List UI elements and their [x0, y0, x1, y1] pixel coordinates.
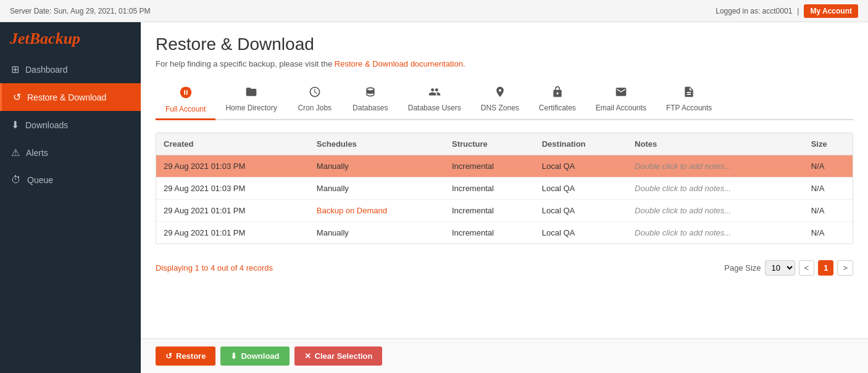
- tab-label: Certificates: [539, 104, 576, 112]
- download-button[interactable]: ⬇ Download: [220, 346, 289, 366]
- subtitle-link[interactable]: Restore & Download documentation.: [335, 59, 465, 68]
- tab-full-account[interactable]: Full Account: [156, 81, 215, 120]
- page-size-select[interactable]: 10 25 50: [765, 260, 795, 276]
- main-layout: JetBackup ⊞ Dashboard ↺ Restore & Downlo…: [0, 22, 868, 373]
- records-info: Displaying 1 to 4 out of 4 records: [156, 263, 273, 273]
- tab-home-directory[interactable]: Home Directory: [215, 81, 286, 120]
- logo-text: JetBackup: [10, 30, 80, 47]
- alerts-icon: ⚠: [11, 147, 20, 158]
- tab-label: DNS Zones: [481, 104, 519, 112]
- col-size: Size: [804, 133, 853, 155]
- tab-label: Email Accounts: [596, 104, 646, 112]
- sidebar-item-label: Restore & Download: [27, 92, 106, 102]
- page-size-label: Page Size: [724, 263, 761, 273]
- svg-point-2: [187, 88, 190, 90]
- current-page-button[interactable]: 1: [818, 260, 833, 276]
- cell-structure: Incremental: [444, 155, 535, 178]
- pagination: Page Size 10 25 50 < 1 >: [724, 260, 853, 276]
- tab-label: Cron Jobs: [298, 104, 332, 112]
- server-date: Server Date: Sun, Aug 29, 2021, 01:05 PM: [10, 7, 150, 15]
- tab-email-accounts[interactable]: Email Accounts: [586, 81, 656, 120]
- restore-icon: ↺: [165, 351, 172, 361]
- tab-cron-jobs[interactable]: Cron Jobs: [287, 81, 343, 120]
- tab-dns-zones[interactable]: DNS Zones: [471, 81, 529, 120]
- cell-notes[interactable]: Double click to add notes...: [627, 200, 804, 222]
- prev-page-button[interactable]: <: [799, 260, 815, 276]
- sidebar-item-label: Queue: [27, 175, 53, 185]
- tab-label: FTP Accounts: [666, 104, 712, 112]
- cell-structure: Incremental: [444, 178, 535, 200]
- page-subtitle: For help finding a specific backup, plea…: [156, 59, 853, 68]
- backups-table: Created Schedules Structure Destination …: [156, 133, 853, 244]
- backups-table-container: Created Schedules Structure Destination …: [156, 133, 853, 244]
- tab-database-users[interactable]: Database Users: [398, 81, 471, 120]
- table-row[interactable]: 29 Aug 2021 01:01 PM Backup on Demand In…: [156, 200, 853, 222]
- page-title: Restore & Download: [156, 35, 853, 54]
- sidebar-item-label: Downloads: [25, 120, 68, 130]
- subtitle-text: For help finding a specific backup, plea…: [156, 59, 332, 68]
- cell-created: 29 Aug 2021 01:01 PM: [156, 222, 309, 244]
- cell-destination: Local QA: [535, 222, 627, 244]
- top-bar-right: Logged in as: acct0001 | My Account: [716, 4, 858, 18]
- cell-structure: Incremental: [444, 222, 535, 244]
- tab-label: Database Users: [408, 104, 461, 112]
- download-icon: ⬇: [230, 351, 237, 361]
- col-notes: Notes: [627, 133, 804, 155]
- logged-in-label: Logged in as: acct0001: [716, 7, 792, 15]
- restore-button[interactable]: ↺ Restore: [156, 346, 215, 366]
- tab-databases[interactable]: Databases: [343, 81, 398, 120]
- cell-created: 29 Aug 2021 01:03 PM: [156, 178, 309, 200]
- dns-zones-tab-icon: [494, 86, 506, 101]
- ftp-accounts-tab-icon: [683, 86, 695, 101]
- sidebar-item-dashboard[interactable]: ⊞ Dashboard: [0, 55, 141, 83]
- cell-notes[interactable]: Double click to add notes...: [627, 222, 804, 244]
- cell-destination: Local QA: [535, 155, 627, 178]
- cell-schedules: Manually: [309, 178, 444, 200]
- sidebar-item-restore-download[interactable]: ↺ Restore & Download: [0, 83, 141, 111]
- table-row[interactable]: 29 Aug 2021 01:03 PM Manually Incrementa…: [156, 178, 853, 200]
- sidebar-item-queue[interactable]: ⏱ Queue: [0, 166, 141, 194]
- tab-label: Full Account: [165, 105, 206, 113]
- cell-size: N/A: [804, 222, 853, 244]
- sidebar-item-label: Alerts: [26, 148, 48, 158]
- cell-size: N/A: [804, 178, 853, 200]
- col-schedules: Schedules: [309, 133, 444, 155]
- databases-tab-icon: [364, 86, 377, 101]
- table-row[interactable]: 29 Aug 2021 01:03 PM Manually Incrementa…: [156, 155, 853, 178]
- tab-label: Databases: [353, 104, 388, 112]
- email-accounts-tab-icon: [615, 86, 627, 101]
- clear-selection-button[interactable]: ✕ Clear Selection: [294, 346, 383, 366]
- downloads-icon: ⬇: [11, 119, 19, 131]
- dashboard-icon: ⊞: [11, 64, 19, 75]
- top-bar: Server Date: Sun, Aug 29, 2021, 01:05 PM…: [0, 0, 868, 22]
- sidebar-item-label: Dashboard: [25, 65, 68, 75]
- cell-schedules: Manually: [309, 155, 444, 178]
- download-label: Download: [241, 351, 279, 361]
- cell-destination: Local QA: [535, 200, 627, 222]
- svg-point-1: [185, 88, 187, 90]
- table-header-row: Created Schedules Structure Destination …: [156, 133, 853, 155]
- queue-icon: ⏱: [11, 174, 21, 186]
- tab-certificates[interactable]: Certificates: [529, 81, 586, 120]
- restore-label: Restore: [176, 351, 206, 361]
- table-row[interactable]: 29 Aug 2021 01:01 PM Manually Incrementa…: [156, 222, 853, 244]
- svg-point-0: [182, 88, 184, 90]
- cell-size: N/A: [804, 155, 853, 178]
- cell-notes[interactable]: Double click to add notes...: [627, 155, 804, 178]
- col-structure: Structure: [444, 133, 535, 155]
- my-account-button[interactable]: My Account: [804, 4, 858, 18]
- database-users-tab-icon: [428, 86, 441, 101]
- tab-label: Home Directory: [225, 104, 277, 112]
- cell-notes[interactable]: Double click to add notes...: [627, 178, 804, 200]
- sidebar-item-downloads[interactable]: ⬇ Downloads: [0, 111, 141, 139]
- table-footer: Displaying 1 to 4 out of 4 records Page …: [156, 254, 853, 282]
- next-page-button[interactable]: >: [837, 260, 853, 276]
- cell-structure: Incremental: [444, 200, 535, 222]
- tabs-container: Full Account Home Directory Cron Jobs: [156, 81, 853, 120]
- sidebar-item-alerts[interactable]: ⚠ Alerts: [0, 139, 141, 166]
- col-destination: Destination: [535, 133, 627, 155]
- cell-schedules: Backup on Demand: [309, 200, 444, 222]
- tab-ftp-accounts[interactable]: FTP Accounts: [656, 81, 722, 120]
- certificates-tab-icon: [551, 86, 564, 101]
- sidebar: JetBackup ⊞ Dashboard ↺ Restore & Downlo…: [0, 22, 141, 373]
